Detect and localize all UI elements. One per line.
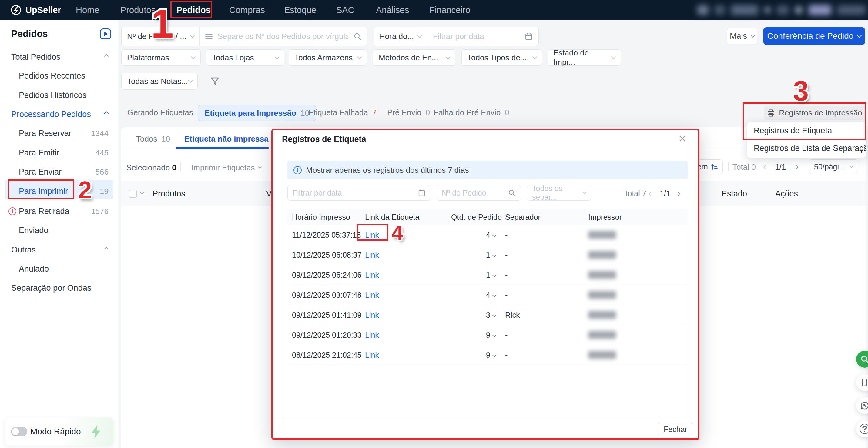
page-size-select[interactable]: 50/pági... bbox=[809, 159, 858, 174]
menu-item-registros-lista-separacao[interactable]: Registros de Lista de Separação bbox=[747, 139, 866, 157]
plataformas-select[interactable]: Plataformas bbox=[121, 50, 201, 66]
separator-value: - bbox=[505, 290, 507, 299]
fechar-button[interactable]: Fechar bbox=[658, 422, 693, 437]
prev-page-icon[interactable] bbox=[764, 165, 768, 170]
tab-falha-pre-envio[interactable]: Falha do Pré Envio0 bbox=[434, 108, 509, 117]
total-count-label: Total 0 bbox=[733, 162, 756, 172]
order-search-input[interactable] bbox=[217, 32, 348, 41]
modal-page-indicator: 1/1 bbox=[660, 189, 670, 198]
next-page-icon[interactable] bbox=[794, 165, 799, 170]
modal-table-header: Horário Impresso Link da Etiqueta Qtd. d… bbox=[287, 209, 688, 225]
order-qty-dropdown[interactable]: 4 bbox=[451, 290, 496, 299]
print-records-dropdown: Registros de Etiqueta Registros de Lista… bbox=[747, 122, 866, 158]
sidebar-item-para-retirada[interactable]: i Para Retirada1576 bbox=[0, 206, 118, 217]
label-link[interactable]: Link bbox=[365, 250, 379, 259]
sidebar-item-enviado[interactable]: Enviado bbox=[0, 225, 118, 236]
sidebar-group-total-pedidos[interactable]: Total Pedidos bbox=[0, 52, 118, 62]
todas-lojas-select[interactable]: Todas Lojas bbox=[206, 50, 284, 66]
search-icon[interactable] bbox=[353, 32, 362, 41]
date-filter-input[interactable] bbox=[433, 32, 520, 41]
chevron-down-icon bbox=[417, 33, 422, 38]
label-link[interactable]: Link bbox=[365, 230, 379, 239]
nav-compras[interactable]: Compras bbox=[229, 5, 265, 15]
sidebar-item-para-imprimir[interactable]: Para Imprimir19 bbox=[0, 186, 118, 197]
chevron-down-icon bbox=[275, 54, 280, 59]
subtab-etiqueta-nao-impressa[interactable]: Etiqueta não impressa0 bbox=[184, 134, 277, 144]
chevron-down-icon bbox=[188, 78, 193, 83]
nav-home[interactable]: Home bbox=[76, 5, 99, 15]
modal-order-filter[interactable] bbox=[437, 185, 521, 201]
order-number-type-select[interactable]: Nº de Pedido / ... bbox=[122, 27, 199, 46]
nav-sac[interactable]: SAC bbox=[336, 5, 354, 15]
sidebar-group-processando-pedidos[interactable]: Processando Pedidos bbox=[0, 109, 118, 120]
select-all-checkbox[interactable] bbox=[129, 190, 137, 198]
chevron-down-icon bbox=[191, 54, 196, 59]
order-qty-dropdown[interactable]: 9 bbox=[451, 350, 496, 359]
registros-de-impressao-button[interactable]: Registros de Impressão bbox=[764, 106, 865, 120]
hour-type-select[interactable]: Hora do... bbox=[374, 27, 427, 46]
order-qty-dropdown[interactable]: 9 bbox=[451, 330, 496, 339]
modal-date-input[interactable] bbox=[292, 189, 415, 197]
label-link[interactable]: Link bbox=[365, 290, 379, 299]
printer-name-blurred bbox=[588, 311, 616, 319]
prev-page-icon[interactable] bbox=[649, 192, 654, 196]
tab-etiqueta-para-impressao[interactable]: Etiqueta para Impressão10 bbox=[198, 105, 316, 121]
label-record-row: 08/12/2025 21:02:45 Link 9 - bbox=[287, 345, 688, 365]
separator-value: - bbox=[505, 230, 507, 239]
imprimir-etiquetas-button[interactable]: Imprimir Etiquetas bbox=[191, 163, 261, 172]
label-link[interactable]: Link bbox=[365, 350, 379, 359]
brand-name: UpSeller bbox=[26, 5, 61, 15]
todos-armazens-select[interactable]: Todos Armazéns bbox=[289, 50, 367, 66]
order-qty-dropdown[interactable]: 1 bbox=[451, 250, 496, 259]
sidebar-item-pedidos-recentes[interactable]: Pedidos Recentes bbox=[0, 70, 118, 81]
modal-date-filter[interactable] bbox=[287, 185, 431, 201]
conferencia-de-pedido-button[interactable]: Conferência de Pedido bbox=[764, 27, 865, 45]
subtab-todos[interactable]: Todos10 bbox=[136, 134, 170, 144]
order-qty-dropdown[interactable]: 1 bbox=[451, 270, 496, 279]
label-link[interactable]: Link bbox=[365, 310, 379, 319]
nav-produtos[interactable]: Produtos bbox=[120, 5, 156, 15]
calendar-icon[interactable] bbox=[525, 32, 533, 41]
menu-item-registros-de-etiqueta[interactable]: Registros de Etiqueta bbox=[747, 122, 866, 139]
sidebar-item-para-enviar[interactable]: Para Enviar566 bbox=[0, 166, 118, 177]
sidebar-item-para-emitir[interactable]: Para Emitir445 bbox=[0, 147, 118, 158]
metodos-envio-select[interactable]: Métodos de En... bbox=[373, 50, 455, 66]
label-link[interactable]: Link bbox=[365, 330, 379, 339]
nav-estoque[interactable]: Estoque bbox=[284, 5, 316, 15]
brand-logo[interactable]: UpSeller bbox=[10, 0, 61, 20]
label-link[interactable]: Link bbox=[365, 270, 379, 279]
estado-impressao-select[interactable]: Estado de Impr... bbox=[548, 50, 621, 66]
todas-notas-select[interactable]: Todas as Notas... bbox=[121, 73, 198, 90]
order-search-section bbox=[200, 27, 367, 46]
sidebar-item-anulado[interactable]: Anulado bbox=[0, 263, 118, 274]
nav-analises[interactable]: Análises bbox=[376, 5, 409, 15]
tab-etiqueta-falhada[interactable]: Etiqueta Falhada7 bbox=[308, 108, 376, 117]
count-badge: 445 bbox=[95, 148, 108, 158]
chevron-up-icon bbox=[104, 247, 109, 251]
sidebar-title: Pedidos bbox=[11, 29, 48, 39]
collapse-sidebar-button[interactable] bbox=[100, 29, 111, 39]
nav-financeiro[interactable]: Financeiro bbox=[429, 5, 470, 15]
expand-all-icon[interactable] bbox=[140, 190, 144, 194]
divider bbox=[180, 162, 181, 171]
quick-mode-toggle[interactable] bbox=[11, 427, 27, 436]
sidebar-item-para-reservar[interactable]: Para Reservar1344 bbox=[0, 128, 118, 139]
funnel-filter-icon[interactable] bbox=[210, 76, 220, 87]
modal-order-input[interactable] bbox=[442, 189, 505, 197]
mais-button[interactable]: Mais bbox=[727, 28, 757, 44]
close-icon[interactable]: × bbox=[679, 131, 686, 146]
modal-separator-select[interactable]: Todos os separ... bbox=[527, 185, 591, 201]
label-record-row: 09/12/2025 03:07:48 Link 4 - bbox=[287, 285, 688, 305]
order-qty-dropdown[interactable]: 4 bbox=[451, 230, 496, 239]
mobile-icon bbox=[860, 378, 868, 387]
sidebar-item-pedidos-historicos[interactable]: Pedidos Históricos bbox=[0, 90, 118, 101]
next-page-icon[interactable] bbox=[676, 192, 680, 196]
tab-pre-envio[interactable]: Pré Envio0 bbox=[387, 108, 430, 117]
modal-title: Registros de Etiqueta bbox=[282, 135, 366, 144]
sidebar-group-outras[interactable]: Outras bbox=[0, 244, 118, 255]
tab-gerando-etiquetas[interactable]: Gerando Etiquetas2 bbox=[127, 108, 202, 117]
order-qty-dropdown[interactable]: 3 bbox=[451, 310, 496, 319]
nav-pedidos[interactable]: Pedidos bbox=[177, 5, 211, 15]
todos-tipos-select[interactable]: Todos Tipos de ... bbox=[461, 50, 542, 66]
sidebar-item-separacao-por-ondas[interactable]: Separação por Ondas bbox=[0, 283, 118, 293]
